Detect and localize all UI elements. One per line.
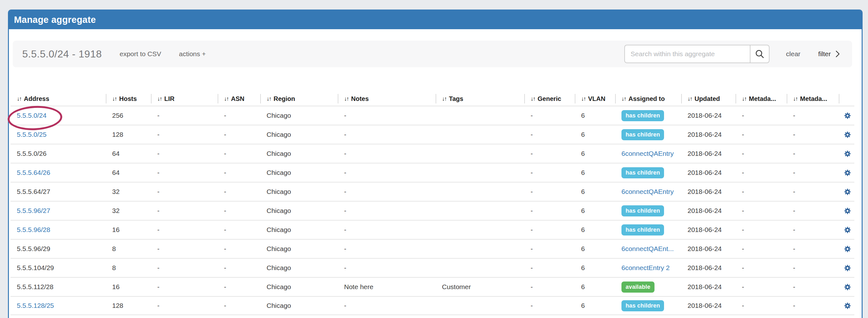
meta1-cell: - <box>736 226 787 234</box>
address-cell: 5.5.5.64/27 <box>10 188 106 196</box>
column-header-lir[interactable]: ↓↑LIR <box>151 92 218 106</box>
gear-icon[interactable] <box>843 131 852 139</box>
column-header-tags[interactable]: ↓↑Tags <box>436 92 524 106</box>
address-link[interactable]: 5.5.5.0/25 <box>17 131 46 138</box>
gear-icon[interactable] <box>843 187 852 196</box>
assigned-resource-link[interactable]: 6connectQAEntry <box>621 188 674 195</box>
search-input[interactable] <box>624 45 750 63</box>
filter-label: filter <box>818 50 831 58</box>
meta1-cell: - <box>736 112 787 119</box>
column-header-generic[interactable]: ↓↑Generic <box>524 92 575 106</box>
table-header-row: ↓↑Address↓↑Hosts↓↑LIR↓↑ASN↓↑Region↓↑Note… <box>10 92 854 106</box>
table-row: 5.5.5.64/2664--Chicago--6has children201… <box>10 163 854 182</box>
column-label: LIR <box>164 95 175 103</box>
meta2-cell: - <box>787 283 839 291</box>
gear-icon[interactable] <box>843 226 852 234</box>
lir-cell: - <box>151 169 218 176</box>
gear-icon[interactable] <box>843 302 852 310</box>
gear-cell <box>839 207 854 215</box>
generic-cell: - <box>524 131 575 138</box>
aggregate-table: ↓↑Address↓↑Hosts↓↑LIR↓↑ASN↓↑Region↓↑Note… <box>10 92 854 315</box>
table-row: 5.5.5.0/2664--Chicago--66connectQAEntry2… <box>10 144 854 163</box>
updated-cell: 2018-06-24 <box>681 150 736 157</box>
filter-link[interactable]: filter <box>818 50 840 58</box>
meta1-cell: - <box>736 131 787 138</box>
address-link[interactable]: 5.5.5.96/27 <box>17 207 50 214</box>
gear-icon[interactable] <box>843 245 852 253</box>
updated-cell: 2018-06-24 <box>681 226 736 234</box>
address-link[interactable]: 5.5.5.128/25 <box>17 302 54 309</box>
address-link[interactable]: 5.5.5.96/28 <box>17 226 50 233</box>
column-header-vlan[interactable]: ↓↑VLAN <box>575 92 615 106</box>
vlan-cell: 6 <box>575 169 615 176</box>
meta1-cell: - <box>736 264 787 272</box>
column-header-notes[interactable]: ↓↑Notes <box>338 92 436 106</box>
assigned-resource-link[interactable]: 6connectQAEntry <box>621 150 674 157</box>
gear-icon[interactable] <box>843 111 852 120</box>
updated-cell: 2018-06-24 <box>681 112 736 119</box>
sort-icon: ↓↑ <box>687 96 692 102</box>
lir-cell: - <box>151 112 218 119</box>
lir-cell: - <box>151 131 218 138</box>
notes-cell: - <box>338 112 436 119</box>
address-link[interactable]: 5.5.5.0/24 <box>17 112 46 119</box>
meta1-cell: - <box>736 283 787 291</box>
column-label: Notes <box>351 95 369 103</box>
asn-cell: - <box>218 207 260 215</box>
gear-icon[interactable] <box>843 169 852 177</box>
sort-icon: ↓↑ <box>581 96 586 102</box>
column-header-address[interactable]: ↓↑Address <box>10 92 106 106</box>
region-cell: Chicago <box>260 245 338 253</box>
hosts-cell: 32 <box>106 188 151 196</box>
column-header-region[interactable]: ↓↑Region <box>260 92 338 106</box>
updated-cell: 2018-06-24 <box>681 302 736 310</box>
column-header-asn[interactable]: ↓↑ASN <box>218 92 260 106</box>
generic-cell: - <box>524 264 575 272</box>
generic-cell: - <box>524 150 575 157</box>
gear-cell <box>839 149 854 158</box>
asn-cell: - <box>218 283 260 291</box>
export-csv-link[interactable]: export to CSV <box>120 50 161 58</box>
column-header-updated[interactable]: ↓↑Updated <box>681 92 736 106</box>
lir-cell: - <box>151 245 218 253</box>
vlan-cell: 6 <box>575 150 615 157</box>
column-header-assigned[interactable]: ↓↑Assigned to <box>615 92 681 106</box>
address-cell: 5.5.5.128/25 <box>10 302 106 310</box>
updated-cell: 2018-06-24 <box>681 131 736 138</box>
assigned-resource-link[interactable]: 6connectQAEnt... <box>621 245 674 252</box>
generic-cell: - <box>524 169 575 176</box>
notes-cell: - <box>338 245 436 253</box>
clear-link[interactable]: clear <box>786 50 801 58</box>
search-button[interactable] <box>750 45 770 63</box>
generic-cell: - <box>524 302 575 310</box>
sort-icon: ↓↑ <box>442 96 446 102</box>
search-group <box>624 45 770 63</box>
notes-cell: - <box>338 169 436 176</box>
sort-icon: ↓↑ <box>621 96 626 102</box>
gear-icon[interactable] <box>843 283 852 291</box>
vlan-cell: 6 <box>575 131 615 138</box>
gear-icon[interactable] <box>843 264 852 272</box>
aggregate-toolbar: 5.5.5.0/24 - 1918 export to CSV actions … <box>13 41 852 67</box>
updated-cell: 2018-06-24 <box>681 283 736 291</box>
search-icon <box>754 49 765 59</box>
assigned-cell: 6connectQAEnt... <box>615 245 681 253</box>
gear-icon[interactable] <box>843 207 852 215</box>
address-link[interactable]: 5.5.5.64/26 <box>17 169 50 176</box>
gear-cell <box>839 226 854 234</box>
column-label: Region <box>274 95 295 103</box>
gear-cell <box>839 169 854 177</box>
address-cell: 5.5.5.96/28 <box>10 226 106 234</box>
meta1-cell: - <box>736 150 787 157</box>
manage-aggregate-panel: Manage aggregate 5.5.5.0/24 - 1918 expor… <box>8 9 863 318</box>
table-row: 5.5.5.64/2732--Chicago--66connectQAEntry… <box>10 182 854 201</box>
vlan-cell: 6 <box>575 264 615 272</box>
vlan-cell: 6 <box>575 188 615 196</box>
gear-icon[interactable] <box>843 149 852 158</box>
column-header-meta2[interactable]: ↓↑Metada... <box>787 92 839 106</box>
column-header-hosts[interactable]: ↓↑Hosts <box>106 92 151 106</box>
vlan-cell: 6 <box>575 226 615 234</box>
assigned-resource-link[interactable]: 6connectEntry 2 <box>621 264 670 271</box>
column-header-meta1[interactable]: ↓↑Metada... <box>736 92 787 106</box>
actions-menu-link[interactable]: actions + <box>179 50 206 58</box>
